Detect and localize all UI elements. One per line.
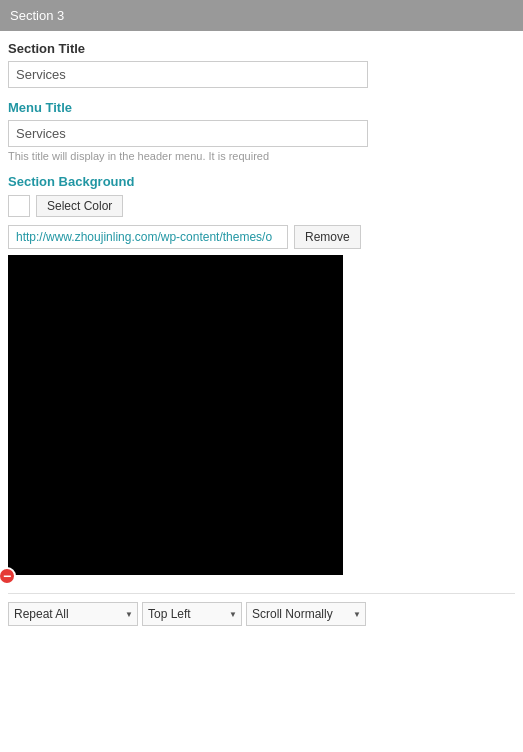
dropdowns-row: Repeat All No Repeat Repeat X Repeat Y T… [8,593,515,626]
color-row: Select Color [8,195,515,217]
section-title-group: Section Title [8,41,515,88]
section-title-input[interactable] [8,61,368,88]
menu-title-label: Menu Title [8,100,515,115]
section-background-group: Section Background Select Color Remove − [8,174,515,575]
color-swatch[interactable] [8,195,30,217]
section-header-title: Section 3 [10,8,64,23]
section-title-label: Section Title [8,41,515,56]
image-url-row: Remove [8,225,515,249]
image-preview [8,255,343,575]
position-dropdown-wrapper: Top Left Top Center Top Right Center Lef… [142,602,242,626]
remove-button[interactable]: Remove [294,225,361,249]
attachment-select[interactable]: Scroll Normally Fixed Local [246,602,366,626]
select-color-button[interactable]: Select Color [36,195,123,217]
position-select[interactable]: Top Left Top Center Top Right Center Lef… [142,602,242,626]
section-background-label: Section Background [8,174,515,189]
repeat-select[interactable]: Repeat All No Repeat Repeat X Repeat Y [8,602,138,626]
section-header: Section 3 [0,0,523,31]
image-url-input[interactable] [8,225,288,249]
remove-image-button[interactable]: − [0,567,16,585]
image-preview-container: − [8,255,343,575]
menu-title-helper: This title will display in the header me… [8,150,515,162]
content-area: Section Title Menu Title This title will… [0,31,523,636]
repeat-dropdown-wrapper: Repeat All No Repeat Repeat X Repeat Y [8,602,138,626]
attachment-dropdown-wrapper: Scroll Normally Fixed Local [246,602,366,626]
menu-title-input[interactable] [8,120,368,147]
menu-title-group: Menu Title This title will display in th… [8,100,515,162]
